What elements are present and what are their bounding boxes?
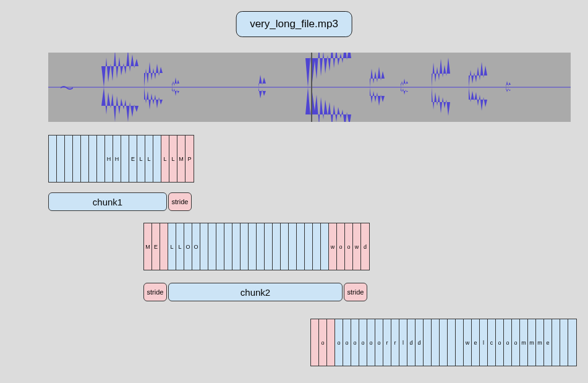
token-cell: o — [496, 319, 504, 366]
label-row-chunk1: chunk1stride — [48, 192, 192, 211]
token-cell — [297, 223, 305, 270]
waveform-splitter — [311, 53, 312, 122]
token-cell: o — [351, 319, 359, 366]
token-cell — [49, 136, 57, 182]
token-cell — [327, 319, 335, 366]
token-cell: L — [169, 136, 177, 182]
token-cell — [311, 319, 319, 366]
token-cell: c — [488, 319, 496, 366]
token-cell — [208, 223, 216, 270]
token-cell — [160, 223, 168, 270]
token-cell: o — [343, 319, 351, 366]
token-cell — [552, 319, 560, 366]
token-cell: o — [367, 319, 375, 366]
waveform-container — [48, 53, 571, 122]
token-cell — [153, 136, 161, 182]
token-cell — [265, 223, 273, 270]
token-cell: d — [361, 223, 369, 270]
token-cell — [432, 319, 440, 366]
token-cell: m — [536, 319, 544, 366]
token-cell: e — [472, 319, 480, 366]
token-cell — [121, 136, 129, 182]
token-cell — [89, 136, 97, 182]
waveform-svg — [48, 53, 571, 122]
token-cell — [81, 136, 89, 182]
token-cell: o — [375, 319, 383, 366]
token-cell — [281, 223, 289, 270]
token-cell — [568, 319, 576, 366]
token-cell: d — [407, 319, 415, 366]
token-cell — [448, 319, 456, 366]
token-cell: L — [168, 223, 176, 270]
filename-text: very_long_file.mp3 — [250, 18, 338, 30]
token-cell — [440, 319, 448, 366]
token-cell — [241, 223, 249, 270]
token-cell: L — [137, 136, 145, 182]
token-cell: m — [528, 319, 536, 366]
token-cell: L — [161, 136, 169, 182]
token-cell — [560, 319, 568, 366]
token-cell — [73, 136, 81, 182]
label-segment: chunk1 — [48, 192, 167, 211]
token-cell — [257, 223, 265, 270]
label-segment: chunk2 — [168, 283, 343, 301]
token-cell: d — [415, 319, 424, 366]
token-cell: o — [319, 319, 327, 366]
token-cell: o — [345, 223, 353, 270]
token-cell: E — [129, 136, 137, 182]
token-cell: w — [464, 319, 472, 366]
token-cell: H — [113, 136, 121, 182]
filename-badge: very_long_file.mp3 — [236, 11, 352, 37]
label-row-chunk2: stridechunk2stride — [143, 283, 367, 301]
token-cell: L — [176, 223, 184, 270]
token-cell — [289, 223, 297, 270]
token-row-chunk2: MELLOOwoowd — [143, 223, 370, 270]
token-cell — [97, 136, 105, 182]
token-cell — [305, 223, 313, 270]
token-cell — [456, 319, 464, 366]
token-cell — [200, 223, 208, 270]
token-cell — [249, 223, 257, 270]
token-cell: w — [353, 223, 361, 270]
token-cell — [57, 136, 65, 182]
token-cell: r — [383, 319, 391, 366]
token-cell: P — [185, 136, 194, 182]
token-cell: m — [520, 319, 528, 366]
token-cell — [273, 223, 281, 270]
token-cell — [321, 223, 329, 270]
token-cell — [65, 136, 73, 182]
token-cell — [216, 223, 224, 270]
token-cell: e — [544, 319, 552, 366]
token-cell: L — [145, 136, 153, 182]
token-cell — [224, 223, 232, 270]
token-cell — [313, 223, 321, 270]
token-cell: o — [337, 223, 345, 270]
token-cell: O — [184, 223, 192, 270]
token-cell: M — [177, 136, 185, 182]
token-cell: H — [105, 136, 113, 182]
token-cell: l — [399, 319, 407, 366]
label-segment: stride — [143, 283, 167, 301]
token-cell: w — [329, 223, 337, 270]
token-cell: l — [480, 319, 488, 366]
token-cell: o — [512, 319, 520, 366]
label-segment: stride — [168, 192, 192, 211]
token-cell: O — [192, 223, 200, 270]
token-cell: E — [152, 223, 160, 270]
token-cell: M — [144, 223, 152, 270]
token-cell: r — [391, 319, 399, 366]
token-cell: o — [335, 319, 343, 366]
token-cell — [424, 319, 432, 366]
label-segment: stride — [344, 283, 367, 301]
token-row-chunk3: ooooooorrlddwelcooommme — [310, 319, 577, 366]
token-cell — [232, 223, 241, 270]
token-cell: o — [504, 319, 512, 366]
token-cell: o — [359, 319, 367, 366]
token-row-chunk1: HHELLLLMP — [48, 135, 194, 183]
